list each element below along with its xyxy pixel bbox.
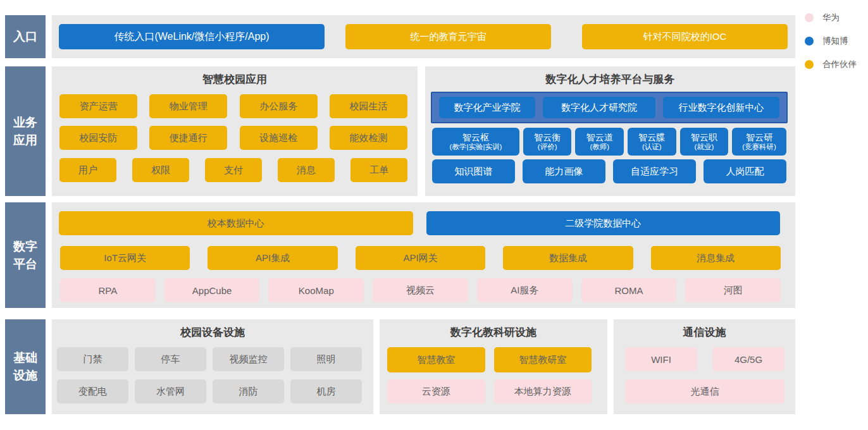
rail-business-line2: 应用 <box>13 132 37 149</box>
devices-row-1: 门禁 停车 视频监控 照明 <box>57 347 362 371</box>
zhiyun-name: 智云牒 <box>638 132 665 143</box>
rail-infrastructure: 基础 设施 <box>5 319 46 414</box>
ability-block[interactable]: 能力画像 <box>523 159 605 183</box>
zhiyun-block[interactable]: 智云枢 (教学|实验|实训) <box>432 128 519 156</box>
integration-block[interactable]: API集成 <box>208 246 337 270</box>
institutes-container: 数字化产业学院 数字化人才研究院 行业数字化创新中心 <box>431 92 788 123</box>
cloud-service-block[interactable]: 视频云 <box>373 278 468 302</box>
integration-block[interactable]: 消息集成 <box>651 246 781 270</box>
college-data-center-block[interactable]: 二级学院数据中心 <box>426 211 781 235</box>
cloud-service-row: RPA AppCube KooMap 视频云 AI服务 ROMA 河图 <box>60 278 781 302</box>
cloud-service-block[interactable]: AI服务 <box>477 278 573 302</box>
device-block[interactable]: 照明 <box>290 347 362 371</box>
zhiyun-name: 智云衡 <box>534 132 561 143</box>
zhiyun-block[interactable]: 智云衡 (评价) <box>523 128 572 156</box>
zhiyun-name: 智云道 <box>586 132 613 143</box>
device-block[interactable]: 机房 <box>290 379 362 403</box>
app-block[interactable]: 校园生活 <box>330 94 407 118</box>
ability-block[interactable]: 自适应学习 <box>613 159 696 183</box>
integration-block[interactable]: IoT云网关 <box>60 246 190 270</box>
devices-row-2: 变配电 水管网 消防 机房 <box>57 379 362 403</box>
zhiyun-sub: (认证) <box>642 143 662 152</box>
integration-block[interactable]: API网关 <box>356 246 485 270</box>
cloud-service-block[interactable]: KooMap <box>268 278 364 302</box>
rail-infra-line2: 设施 <box>13 367 37 384</box>
device-block[interactable]: 门禁 <box>57 347 128 371</box>
app-block[interactable]: 权限 <box>132 158 189 182</box>
legend-label: 合作伙伴 <box>822 59 857 70</box>
bozhibo-dot-icon <box>805 37 814 46</box>
research-facilities-title: 数字化教科研设施 <box>380 325 607 340</box>
talent-platform-panel: 数字化人才培养平台与服务 数字化产业学院 数字化人才研究院 行业数字化创新中心 … <box>425 66 795 196</box>
legend: 华为 博知博 合作伙伴 <box>805 13 857 83</box>
facility-block[interactable]: 智慧教研室 <box>494 347 592 372</box>
app-block[interactable]: 便捷通行 <box>149 126 227 150</box>
rail-infra-line1: 基础 <box>13 349 37 367</box>
app-block[interactable]: 用户 <box>59 158 116 182</box>
campus-devices-title: 校园设备设施 <box>52 325 373 340</box>
zhiyun-sub: (评价) <box>538 143 557 152</box>
education-metaverse-button[interactable]: 统一的教育元宇宙 <box>345 24 551 49</box>
ability-block[interactable]: 知识图谱 <box>432 159 515 183</box>
app-block[interactable]: 校园安防 <box>59 126 137 150</box>
partner-dot-icon <box>805 60 814 69</box>
zhiyun-block[interactable]: 智云道 (教师) <box>575 128 624 156</box>
cloud-service-block[interactable]: AppCube <box>164 278 260 302</box>
institute-block[interactable]: 数字化人才研究院 <box>543 97 655 118</box>
device-block[interactable]: 视频监控 <box>213 347 284 371</box>
cloud-service-block[interactable]: 河图 <box>685 278 781 302</box>
comm-block[interactable]: 光通信 <box>625 379 784 403</box>
ability-block[interactable]: 人岗匹配 <box>704 159 786 183</box>
campus-row-2: 校园安防 便捷通行 设施巡检 能效检测 <box>59 126 407 150</box>
rail-business-apps: 业务 应用 <box>5 66 46 196</box>
zhiyun-block[interactable]: 智云职 (就业) <box>680 128 729 156</box>
campus-devices-panel: 校园设备设施 门禁 停车 视频监控 照明 变配电 水管网 消防 机房 <box>52 319 373 414</box>
app-block[interactable]: 物业管理 <box>149 94 227 118</box>
facility-block[interactable]: 云资源 <box>387 379 485 403</box>
app-block[interactable]: 消息 <box>278 158 335 182</box>
data-center-row: 校本数据中心 二级学院数据中心 <box>59 211 780 235</box>
zhiyun-row: 智云枢 (教学|实验|实训) 智云衡 (评价) 智云道 (教师) 智云牒 (认证… <box>432 128 786 156</box>
app-block[interactable]: 能效检测 <box>330 126 407 150</box>
zhiyun-block[interactable]: 智云牒 (认证) <box>628 128 676 156</box>
communications-panel: 通信设施 WIFI 4G/5G 光通信 <box>614 319 795 414</box>
app-block[interactable]: 办公服务 <box>240 94 318 118</box>
device-block[interactable]: 消防 <box>213 379 284 403</box>
legend-item-bozhibo: 博知博 <box>805 36 857 46</box>
facility-block[interactable]: 本地算力资源 <box>494 379 592 403</box>
campus-ioc-button[interactable]: 针对不同院校的IOC <box>582 24 788 49</box>
architecture-diagram: 入口 业务 应用 数字 平台 基础 设施 传统入口(WeLink/微信小程序/A… <box>0 0 868 430</box>
device-block[interactable]: 停车 <box>135 347 206 371</box>
rail-entry: 入口 <box>5 15 46 58</box>
institute-block[interactable]: 行业数字化创新中心 <box>663 97 779 118</box>
zhiyun-block[interactable]: 智云研 (竞赛科研) <box>732 128 786 156</box>
campus-row-1: 资产运营 物业管理 办公服务 校园生活 <box>59 94 407 118</box>
comm-block[interactable]: WIFI <box>625 347 697 371</box>
huawei-dot-icon <box>805 13 814 22</box>
facility-block[interactable]: 智慧教室 <box>387 347 485 372</box>
entry-panel: 传统入口(WeLink/微信小程序/App) 统一的教育元宇宙 针对不同院校的I… <box>52 15 795 58</box>
app-block[interactable]: 支付 <box>205 158 262 182</box>
integration-block[interactable]: 数据集成 <box>503 246 633 270</box>
cloud-service-block[interactable]: RPA <box>60 278 156 302</box>
app-block[interactable]: 设施巡检 <box>240 126 318 150</box>
institute-block[interactable]: 数字化产业学院 <box>439 97 535 118</box>
smart-campus-title: 智慧校园应用 <box>52 72 418 87</box>
zhiyun-sub: (就业) <box>695 143 714 152</box>
zhiyun-name: 智云研 <box>746 132 772 143</box>
communications-title: 通信设施 <box>614 325 795 340</box>
school-data-center-block[interactable]: 校本数据中心 <box>59 211 413 235</box>
traditional-entry-button[interactable]: 传统入口(WeLink/微信小程序/App) <box>59 24 325 49</box>
app-block[interactable]: 工单 <box>350 158 407 182</box>
legend-item-partner: 合作伙伴 <box>805 59 857 70</box>
research-row-1: 智慧教室 智慧教研室 <box>387 347 592 372</box>
legend-label: 华为 <box>822 12 840 23</box>
device-block[interactable]: 变配电 <box>57 379 128 403</box>
rail-digital-line1: 数字 <box>13 238 37 255</box>
cloud-service-block[interactable]: ROMA <box>581 278 677 302</box>
abilities-row: 知识图谱 能力画像 自适应学习 人岗匹配 <box>432 159 786 183</box>
comm-block[interactable]: 4G/5G <box>712 347 784 371</box>
app-block[interactable]: 资产运营 <box>59 94 137 118</box>
device-block[interactable]: 水管网 <box>135 379 206 403</box>
comm-row-2: 光通信 <box>625 379 784 403</box>
